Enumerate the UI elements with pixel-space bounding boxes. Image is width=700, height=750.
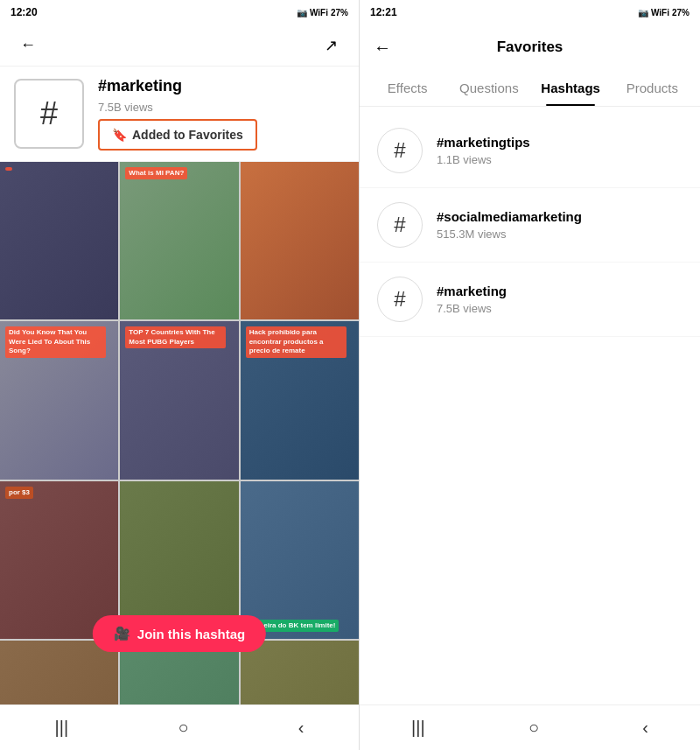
favorites-title: Favorites <box>497 39 564 56</box>
video-camera-icon: 🎥 <box>114 626 130 641</box>
video-cell-9[interactable]: A zoeira do BK tem limite! <box>241 481 359 639</box>
wifi-icon-right: WiFi <box>651 8 669 18</box>
hashtag-views: 7.5B views <box>98 101 257 114</box>
hash-icon-2: # <box>377 202 423 248</box>
tab-hashtags[interactable]: Hashtags <box>530 70 612 106</box>
video-overlay-1 <box>5 167 12 171</box>
camera-icon: 📷 <box>297 8 307 18</box>
video-grid-container: What is MI PAN? Did You Know That You We… <box>0 162 359 704</box>
video-cell-2[interactable]: What is MI PAN? <box>120 162 238 319</box>
add-to-favorites-button[interactable]: 🔖 Added to Favorites <box>98 119 257 151</box>
nav-menu-left[interactable]: ||| <box>41 711 83 745</box>
status-bar-right: 12:21 📷 WiFi 27% <box>360 0 700 25</box>
right-panel: 12:21 📷 WiFi 27% ← Favorites Effects Que… <box>359 0 700 750</box>
status-bar-left: 12:20 📷 WiFi 27% <box>0 0 359 25</box>
video-cell-5[interactable]: TOP 7 Countries With The Most PUBG Playe… <box>120 321 238 479</box>
video-cell-3[interactable] <box>241 162 359 319</box>
hashtag-header: # #marketing 7.5B views 🔖 Added to Favor… <box>0 67 359 162</box>
hashtag-list-item-3[interactable]: # #marketing 7.5B views <box>360 263 700 337</box>
hash-item-info-2: #socialmediamarketing 515.3M views <box>437 209 582 241</box>
hashtag-list-item-2[interactable]: # #socialmediamarketing 515.3M views <box>360 188 700 263</box>
tabs-row: Effects Questions Hashtags Products <box>360 70 700 107</box>
nav-home-right[interactable]: ○ <box>514 711 553 745</box>
video-cell-1[interactable] <box>0 162 118 319</box>
nav-menu-right[interactable]: ||| <box>397 711 439 745</box>
hash-item-title-2: #socialmediamarketing <box>437 209 582 224</box>
hashtag-favorites-list: # #marketingtips 1.1B views # #socialmed… <box>360 107 700 704</box>
nav-back-left[interactable]: ‹ <box>284 711 318 745</box>
top-nav-left: ← ↗ <box>0 25 359 67</box>
bookmark-icon: 🔖 <box>112 128 127 142</box>
back-button-left[interactable]: ← <box>14 32 42 60</box>
video-cell-6[interactable]: Hack prohibido para encontrar productos … <box>241 321 359 479</box>
video-cell-4[interactable]: Did You Know That You Were Lied To About… <box>0 321 118 479</box>
bottom-nav-left: ||| ○ ‹ <box>0 704 359 750</box>
hash-item-views-1: 1.1B views <box>437 153 530 166</box>
top-nav-right: ← Favorites <box>360 25 700 70</box>
nav-back-right[interactable]: ‹ <box>628 711 662 745</box>
join-hashtag-button[interactable]: 🎥 Join this hashtag <box>93 615 266 652</box>
video-overlay-2: What is MI PAN? <box>125 167 187 179</box>
hashtag-title: #marketing <box>98 77 257 95</box>
hash-item-title-3: #marketing <box>437 284 507 298</box>
nav-home-left[interactable]: ○ <box>164 711 202 745</box>
hash-icon-1: # <box>377 128 423 173</box>
time-right: 12:21 <box>370 6 397 18</box>
status-icons-right: 📷 WiFi 27% <box>638 8 690 18</box>
video-overlay-4: Did You Know That You Were Lied To About… <box>5 326 106 357</box>
hash-item-title-1: #marketingtips <box>437 135 530 150</box>
bottom-nav-right: ||| ○ ‹ <box>360 704 700 750</box>
time-left: 12:20 <box>10 6 38 18</box>
hashtag-icon: # <box>14 79 84 149</box>
hash-item-views-3: 7.5B views <box>437 302 507 315</box>
video-cell-12[interactable] <box>241 641 359 704</box>
video-cell-10[interactable] <box>0 641 118 704</box>
hashtag-info: #marketing 7.5B views 🔖 Added to Favorit… <box>98 77 257 151</box>
video-overlay-5: TOP 7 Countries With The Most PUBG Playe… <box>125 326 226 348</box>
share-button[interactable]: ↗ <box>317 32 345 60</box>
video-overlay-6: Hack prohibido para encontrar productos … <box>246 326 346 357</box>
battery-right: 27% <box>672 8 690 18</box>
tab-effects[interactable]: Effects <box>367 70 448 106</box>
tab-questions[interactable]: Questions <box>448 70 529 106</box>
back-button-right[interactable]: ← <box>374 38 391 58</box>
favorite-label: Added to Favorites <box>132 128 243 142</box>
hash-item-info-1: #marketingtips 1.1B views <box>437 135 530 166</box>
video-cell-7[interactable]: por $3 <box>0 481 118 639</box>
camera-icon-right: 📷 <box>638 8 648 18</box>
hash-icon-3: # <box>377 277 423 322</box>
join-hashtag-label: Join this hashtag <box>137 627 245 641</box>
left-panel: 12:20 📷 WiFi 27% ← ↗ # #marketing 7.5B v… <box>0 0 359 750</box>
hashtag-list-item-1[interactable]: # #marketingtips 1.1B views <box>360 114 700 188</box>
battery-left: 27% <box>331 8 348 18</box>
hash-item-info-3: #marketing 7.5B views <box>437 284 507 315</box>
video-overlay-7: por $3 <box>5 487 33 499</box>
status-icons-left: 📷 WiFi 27% <box>297 8 348 18</box>
wifi-icon: WiFi <box>310 8 328 18</box>
tab-products[interactable]: Products <box>612 70 693 106</box>
hash-item-views-2: 515.3M views <box>437 228 582 241</box>
